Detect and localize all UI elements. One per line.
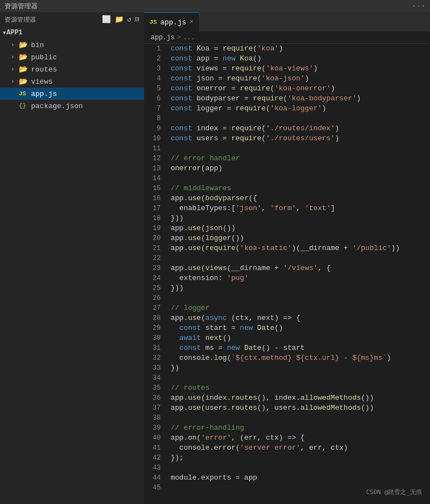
code-line: 2const app = new Koa() xyxy=(144,54,430,64)
code-line: 3const views = require('koa-views') xyxy=(144,64,430,74)
code-line: 32 console.log(`${ctx.method} ${ctx.url}… xyxy=(144,353,430,363)
folder-icon: 📂 xyxy=(19,40,29,49)
line-number: 3 xyxy=(144,64,167,74)
sidebar-tree: ▾ APP1 › 📂 bin › 📂 public › 📂 routes xyxy=(0,27,144,504)
collapse-icon[interactable]: ⊟ xyxy=(135,15,140,24)
line-content: app.use(users.routes(), users.allowedMet… xyxy=(167,403,430,413)
title-bar: 资源管理器 ··· xyxy=(0,0,430,12)
code-line: 22 xyxy=(144,253,430,263)
title-bar-text: 资源管理器 xyxy=(4,2,38,11)
code-line: 41 console.error('server error', err, ct… xyxy=(144,443,430,453)
code-line: 20app.use(logger()) xyxy=(144,233,430,243)
code-line: 9const index = require('./routes/index') xyxy=(144,124,430,134)
code-line: 4const json = require('koa-json') xyxy=(144,74,430,84)
line-number: 25 xyxy=(144,283,167,293)
line-content: onerror(app) xyxy=(167,164,430,174)
line-content xyxy=(167,144,430,154)
line-content: app.use(bodyparser({ xyxy=(167,194,430,203)
line-number: 11 xyxy=(144,144,167,154)
code-area[interactable]: 1const Koa = require('koa')2const app = … xyxy=(144,44,430,504)
code-line: 34 xyxy=(144,373,430,383)
watermark: CSDN @踏雪之_无痕 xyxy=(366,488,422,496)
line-number: 27 xyxy=(144,303,167,313)
line-number: 33 xyxy=(144,363,167,373)
sidebar-item-label: app.js xyxy=(31,90,144,98)
sidebar-item-public[interactable]: › 📂 public xyxy=(0,51,144,63)
line-content xyxy=(167,114,430,124)
code-line: 16app.use(bodyparser({ xyxy=(144,194,430,203)
code-line: 38 xyxy=(144,413,430,423)
sidebar-root-app1[interactable]: ▾ APP1 xyxy=(0,27,144,39)
line-content: const users = require('./routes/users') xyxy=(167,134,430,144)
line-number: 1 xyxy=(144,44,167,54)
tab-close-button[interactable]: × xyxy=(190,18,193,26)
code-line: 35// routes xyxy=(144,383,430,393)
line-number: 13 xyxy=(144,164,167,174)
line-number: 43 xyxy=(144,463,167,473)
sidebar-item-bin[interactable]: › 📂 bin xyxy=(0,39,144,51)
line-number: 35 xyxy=(144,383,167,393)
line-number: 40 xyxy=(144,433,167,443)
title-bar-menu-icon[interactable]: ··· xyxy=(412,2,426,11)
code-line: 7const logger = require('koa-logger') xyxy=(144,104,430,114)
line-number: 2 xyxy=(144,54,167,64)
line-content: }) xyxy=(167,363,430,373)
code-line: 31 const ms = new Date() - start xyxy=(144,343,430,353)
tab-label: app.js xyxy=(160,18,186,27)
arrow-right-icon: › xyxy=(11,54,19,60)
sidebar-item-packagejson[interactable]: {} package.json xyxy=(0,100,144,112)
line-content: app.on('error', (err, ctx) => { xyxy=(167,433,430,443)
sidebar-item-appjs[interactable]: JS app.js xyxy=(0,88,144,100)
line-number: 36 xyxy=(144,393,167,403)
line-content: const index = require('./routes/index') xyxy=(167,124,430,134)
sidebar-item-label: routes xyxy=(31,65,144,74)
line-content: const json = require('koa-json') xyxy=(167,74,430,84)
line-number: 18 xyxy=(144,213,167,223)
line-number: 32 xyxy=(144,353,167,363)
line-content xyxy=(167,463,430,473)
sidebar-item-routes[interactable]: › 📂 routes xyxy=(0,63,144,75)
line-number: 16 xyxy=(144,194,167,203)
arrow-right-icon: › xyxy=(11,67,19,73)
tab-appjs[interactable]: JS app.js × xyxy=(144,12,199,32)
code-line: 1const Koa = require('koa') xyxy=(144,44,430,54)
code-line: 19app.use(json()) xyxy=(144,223,430,233)
new-file-icon[interactable]: ⬜ xyxy=(102,15,111,24)
code-line: 17 enableTypes:['json', 'form', 'text'] xyxy=(144,203,430,213)
code-line: 44module.exports = app xyxy=(144,473,430,483)
line-number: 17 xyxy=(144,203,167,213)
sidebar-item-label: views xyxy=(31,78,144,86)
editor-area: JS app.js × app.js > ... 1const Koa = re… xyxy=(144,12,430,504)
new-folder-icon[interactable]: 📁 xyxy=(115,15,124,24)
line-number: 38 xyxy=(144,413,167,423)
sidebar-item-label: public xyxy=(31,53,144,62)
line-number: 29 xyxy=(144,323,167,333)
arrow-right-icon: › xyxy=(11,79,19,85)
line-content: app.use(logger()) xyxy=(167,233,430,243)
line-number: 6 xyxy=(144,94,167,104)
line-number: 39 xyxy=(144,423,167,433)
code-line: 13onerror(app) xyxy=(144,164,430,174)
line-content: // error-handling xyxy=(167,423,430,433)
code-line: 5const onerror = require('koa-onerror') xyxy=(144,84,430,94)
line-number: 8 xyxy=(144,114,167,124)
line-number: 28 xyxy=(144,313,167,323)
line-content: }); xyxy=(167,453,430,463)
line-content: const bodyparser = require('koa-bodypars… xyxy=(167,94,430,104)
line-number: 31 xyxy=(144,343,167,353)
refresh-icon[interactable]: ↺ xyxy=(127,15,131,24)
line-content: await next() xyxy=(167,333,430,343)
line-number: 23 xyxy=(144,263,167,273)
line-content: const start = new Date() xyxy=(167,323,430,333)
arrow-right-icon: › xyxy=(11,42,19,48)
line-content: console.error('server error', err, ctx) xyxy=(167,443,430,453)
line-number: 42 xyxy=(144,453,167,463)
code-line: 14 xyxy=(144,174,430,184)
breadcrumb-file: app.js xyxy=(151,34,175,42)
code-line: 40app.on('error', (err, ctx) => { xyxy=(144,433,430,443)
code-line: 23app.use(views(__dirname + '/views', { xyxy=(144,263,430,273)
arrow-down-icon: ▾ xyxy=(2,28,7,37)
line-number: 45 xyxy=(144,483,167,493)
root-label: APP1 xyxy=(7,29,23,37)
sidebar-item-views[interactable]: › 📂 views xyxy=(0,75,144,88)
